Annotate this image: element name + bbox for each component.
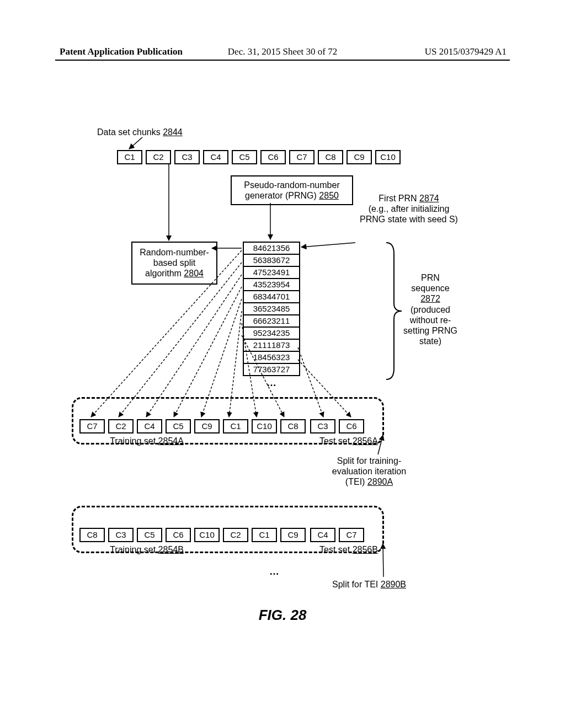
test-set-b: C4C7 [310, 528, 364, 542]
prn-value: 84621356 [243, 242, 300, 255]
chunk: C4 [203, 150, 228, 164]
label-dataset-chunks: Data set chunks 2844 [97, 127, 202, 137]
label-split-b: Split for TEI 2890B [322, 579, 416, 590]
figure-caption: FIG. 28 [259, 607, 307, 624]
chunk: C2 [108, 419, 134, 433]
prn-column: 8462135656383672475234914352395468344701… [243, 242, 300, 389]
chunk: C1 [117, 150, 142, 164]
chunk: C7 [79, 419, 105, 433]
chunk: C9 [280, 528, 306, 542]
chunk: C1 [252, 528, 277, 542]
chunk: C5 [137, 528, 162, 542]
label-split-a: Split for training-evaluation iteration … [322, 456, 416, 488]
header-center: Dec. 31, 2015 Sheet 30 of 72 [228, 46, 337, 57]
prn-value: 43523954 [243, 279, 300, 291]
chunk: C10 [194, 528, 220, 542]
label-train-b: Training set 2854B [103, 544, 191, 555]
chunk: C4 [137, 419, 162, 433]
algorithm-box: Random-number-based split algorithm 2804 [131, 242, 217, 285]
label-prn-sequence: PRN sequence 2872 (produced without re-s… [403, 272, 458, 346]
prn-value: 56383672 [243, 255, 300, 267]
chunk: C3 [174, 150, 200, 164]
prn-value: 68344701 [243, 291, 300, 303]
chunks-row-top: C1C2C3C4C5C6C7C8C9C10 [117, 150, 401, 164]
svg-line-7 [146, 275, 242, 417]
prng-box: Pseudo-random-number generator (PRNG) 28… [231, 175, 353, 205]
label-train-a: Training set 2854A [103, 436, 191, 446]
chunk: C8 [318, 150, 343, 164]
label-first-prn: First PRN 2874 (e.g., after initializing… [356, 193, 461, 225]
chunk: C5 [166, 419, 191, 433]
chunk: C6 [339, 419, 364, 433]
prn-value: … [243, 376, 300, 389]
chunk: C10 [375, 150, 401, 164]
prn-value: 95234235 [243, 328, 300, 340]
label-test-a: Test set 2856A [310, 436, 387, 446]
svg-line-4 [301, 243, 355, 247]
chunk: C1 [223, 419, 248, 433]
train-set-b: C8C3C5C6C10C2C1C9 [79, 528, 306, 542]
header-rule [55, 60, 510, 61]
chunk: C4 [310, 528, 335, 542]
chunk: C2 [223, 528, 248, 542]
chunk: C8 [280, 419, 306, 433]
svg-line-0 [129, 137, 142, 149]
ellipsis: … [269, 566, 279, 578]
chunk: C6 [260, 150, 286, 164]
chunk: C8 [79, 528, 105, 542]
chunk: C3 [310, 419, 335, 433]
chunk: C6 [166, 528, 191, 542]
header-left: Patent Application Publication [60, 46, 183, 57]
chunk: C7 [289, 150, 315, 164]
header-right: US 2015/0379429 A1 [425, 46, 507, 57]
chunk: C9 [347, 150, 372, 164]
prn-value: 47523491 [243, 267, 300, 279]
prn-value: 21111873 [243, 340, 300, 352]
test-set-a: C3C6 [310, 419, 364, 433]
chunk: C2 [146, 150, 171, 164]
train-set-a: C7C2C4C5C9C1C10C8 [79, 419, 306, 433]
prn-value: 18456323 [243, 352, 300, 364]
svg-line-6 [119, 263, 242, 417]
label-test-b: Test set 2856B [310, 544, 387, 555]
chunk: C10 [252, 419, 277, 433]
prn-value: 66623211 [243, 315, 300, 328]
chunk: C3 [108, 528, 134, 542]
chunk: C5 [232, 150, 257, 164]
chunk: C9 [194, 419, 220, 433]
prn-value: 36523485 [243, 303, 300, 315]
chunk: C7 [339, 528, 364, 542]
prn-value: 77363727 [243, 364, 300, 376]
